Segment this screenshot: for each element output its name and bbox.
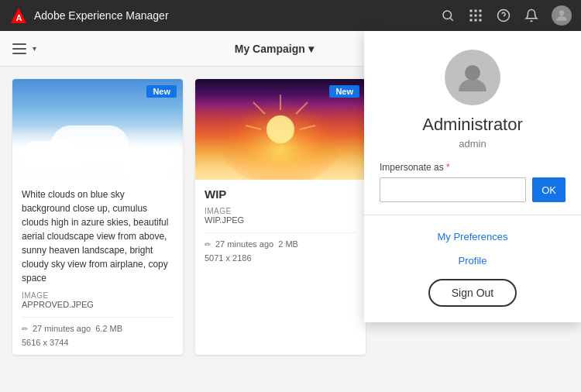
svg-point-23: [465, 65, 480, 81]
user-username: admin: [380, 138, 566, 150]
pencil-2-icon: ✏: [205, 240, 211, 249]
svg-rect-4: [470, 10, 473, 12]
svg-rect-9: [480, 15, 482, 17]
card-1-description: White clouds on blue sky background clos…: [22, 187, 174, 285]
grid-icon[interactable]: [468, 8, 483, 23]
svg-rect-7: [470, 15, 473, 17]
top-nav: A Adobe Experience Manager: [0, 0, 581, 31]
svg-point-17: [266, 115, 294, 143]
svg-rect-10: [470, 19, 473, 22]
panel-chevron-icon[interactable]: ▾: [33, 44, 36, 53]
card-1-type: IMAGE: [22, 291, 174, 300]
help-icon[interactable]: [496, 8, 511, 23]
card-2-meta: ✏ 27 minutes ago 2 MB: [205, 239, 356, 249]
svg-rect-12: [480, 19, 482, 22]
card-2-title: WIP: [205, 187, 356, 201]
card-1-badge: New: [146, 85, 177, 98]
impersonate-input[interactable]: [380, 177, 526, 202]
ok-button[interactable]: OK: [532, 177, 566, 202]
user-panel: Administrator admin Impersonate as * OK …: [364, 31, 581, 322]
svg-rect-6: [480, 10, 482, 12]
card-2-badge: New: [329, 85, 359, 98]
svg-text:A: A: [16, 13, 22, 22]
card-1-body: White clouds on blue sky background clos…: [12, 180, 183, 355]
campaign-label: My Campaign: [235, 43, 305, 55]
bell-icon[interactable]: [524, 8, 539, 23]
user-avatar-nav[interactable]: [552, 5, 572, 26]
card-1-dimensions: 5616 x 3744: [22, 338, 174, 347]
card-2-size: 2 MB: [278, 239, 298, 249]
svg-rect-8: [475, 15, 477, 17]
card-1-time: 27 minutes ago: [33, 324, 91, 333]
required-marker: *: [446, 162, 450, 173]
svg-line-3: [450, 18, 452, 20]
search-icon[interactable]: [440, 8, 456, 23]
card-1[interactable]: New White clouds on blue sky background …: [12, 79, 183, 355]
card-2-dimensions: 5071 x 2186: [205, 253, 356, 263]
panel-toggle-icon[interactable]: [12, 43, 26, 54]
user-avatar-large: [445, 50, 500, 105]
campaign-selector[interactable]: My Campaign ▾: [235, 43, 314, 55]
user-name: Administrator: [380, 115, 566, 135]
card-1-size: 6.2 MB: [95, 324, 122, 333]
card-2[interactable]: New WIP IMAGE WIP.JPEG ✏ 27 minutes ago …: [195, 79, 366, 355]
svg-point-2: [443, 11, 452, 19]
pencil-icon: ✏: [22, 325, 28, 333]
nav-icons: [440, 5, 572, 26]
app-title: Adobe Experience Manager: [34, 9, 440, 22]
card-2-type: IMAGE: [205, 207, 356, 215]
campaign-chevron-icon: ▾: [308, 43, 314, 55]
sign-out-button[interactable]: Sign Out: [428, 279, 517, 307]
toolbar-left: ▾: [12, 43, 36, 54]
impersonate-row: OK: [380, 177, 566, 202]
card-2-time: 27 minutes ago: [215, 239, 273, 249]
my-preferences-link[interactable]: My Preferences: [380, 225, 566, 249]
adobe-logo-icon: A: [9, 6, 28, 25]
svg-rect-5: [475, 10, 477, 12]
card-1-meta: ✏ 27 minutes ago 6.2 MB: [22, 324, 174, 333]
impersonate-label: Impersonate as *: [380, 162, 566, 173]
card-2-filename: WIP.JPEG: [205, 215, 356, 225]
svg-rect-11: [475, 19, 477, 22]
profile-link[interactable]: Profile: [380, 249, 566, 273]
panel-divider: [364, 215, 581, 215]
card-2-body: WIP IMAGE WIP.JPEG ✏ 27 minutes ago 2 MB…: [195, 180, 366, 270]
card-1-filename: APPROVED.JPEG: [22, 300, 174, 309]
svg-point-15: [559, 10, 565, 15]
